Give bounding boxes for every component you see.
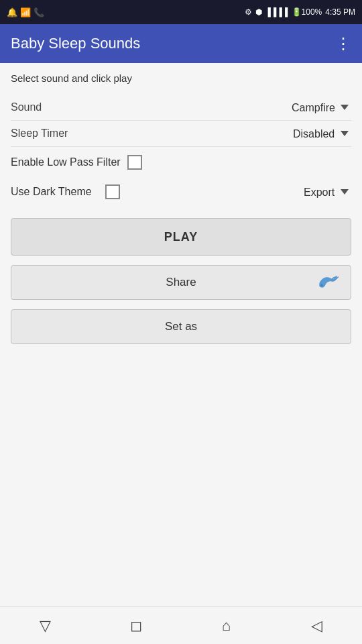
settings-circle-icon: ⚙ xyxy=(245,7,252,17)
share-icon xyxy=(318,274,340,292)
bluetooth-status-icon: ⬢ xyxy=(255,7,262,17)
instruction-text: Select sound and click play xyxy=(11,72,351,84)
sound-dropdown[interactable]: Campfire xyxy=(292,102,351,113)
play-button[interactable]: PLAY xyxy=(11,218,351,256)
status-bar-right: ⚙ ⬢ ▐▐▐▐ 🔋100% 4:35 PM xyxy=(245,7,355,17)
back-icon: ▽ xyxy=(40,617,51,635)
bottom-nav: ▽ ◻ ⌂ ◁ xyxy=(0,606,362,644)
share-button[interactable]: Share xyxy=(11,265,351,300)
clock: 4:35 PM xyxy=(325,7,355,17)
share-label: Share xyxy=(166,276,196,289)
svg-point-0 xyxy=(320,284,322,286)
set-as-button[interactable]: Set as xyxy=(11,309,351,344)
notification-icon: 🔔 xyxy=(7,7,17,17)
sleep-timer-label: Sleep Timer xyxy=(11,127,84,140)
phone-icon: 📞 xyxy=(34,7,44,17)
low-pass-filter-label: Enable Low Pass Filter xyxy=(11,156,121,168)
low-pass-filter-row: Enable Low Pass Filter xyxy=(11,147,351,178)
dark-theme-label: Use Dark Theme xyxy=(11,186,92,198)
sound-label: Sound xyxy=(11,101,84,113)
sound-dropdown-container: Campfire xyxy=(84,102,351,113)
status-bar: 🔔 📶 📞 ⚙ ⬢ ▐▐▐▐ 🔋100% 4:35 PM xyxy=(0,0,362,24)
dark-theme-left: Use Dark Theme xyxy=(11,184,120,199)
export-container: Export xyxy=(304,186,351,198)
status-bar-left: 🔔 📶 📞 xyxy=(7,7,44,17)
low-pass-filter-checkbox[interactable] xyxy=(127,155,142,170)
recent-icon: ◻ xyxy=(130,617,142,635)
app-title: Baby Sleep Sounds xyxy=(11,35,140,52)
prev-icon: ◁ xyxy=(311,617,322,635)
main-content: Select sound and click play Sound Campfi… xyxy=(0,63,362,354)
sleep-timer-row: Sleep Timer Disabled xyxy=(11,121,351,147)
nav-home-button[interactable]: ⌂ xyxy=(206,612,247,639)
nav-back-button[interactable]: ▽ xyxy=(25,612,66,639)
export-dropdown[interactable]: Export xyxy=(304,186,351,198)
dark-theme-checkbox[interactable] xyxy=(105,184,120,199)
nav-prev-button[interactable]: ◁ xyxy=(297,612,337,639)
nav-recent-button[interactable]: ◻ xyxy=(116,612,156,639)
bluetooth-icon: 📶 xyxy=(20,7,31,17)
overflow-menu-button[interactable]: ⋮ xyxy=(335,34,351,53)
app-bar: Baby Sleep Sounds ⋮ xyxy=(0,24,362,63)
home-icon: ⌂ xyxy=(222,617,231,635)
battery-icon: 🔋100% xyxy=(292,7,322,17)
sound-row: Sound Campfire xyxy=(11,95,351,121)
sleep-timer-dropdown-container: Disabled xyxy=(84,128,351,140)
sleep-timer-dropdown[interactable]: Disabled xyxy=(293,128,351,140)
signal-icon: ▐▐▐▐ xyxy=(265,7,288,17)
dark-theme-export-row: Use Dark Theme Export xyxy=(11,178,351,206)
